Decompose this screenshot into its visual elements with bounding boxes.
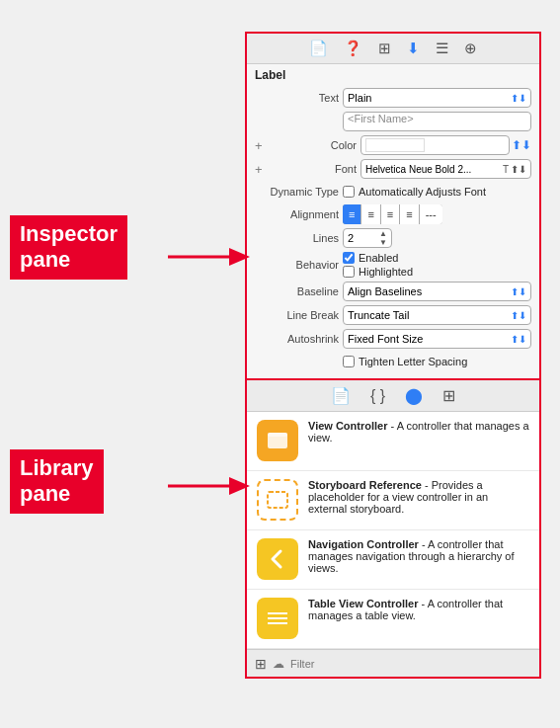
dynamic-type-label: Dynamic Type bbox=[255, 186, 339, 198]
text-style-icon: T bbox=[503, 164, 509, 175]
inspector-arrow bbox=[168, 245, 257, 269]
text-select[interactable]: Plain ⬆⬇ bbox=[343, 88, 531, 108]
grid-view-icon[interactable]: ⊞ bbox=[255, 656, 267, 672]
color-label: Color bbox=[273, 139, 357, 151]
list-icon[interactable]: ☰ bbox=[436, 40, 448, 57]
align-center-button[interactable]: ≡ bbox=[361, 204, 379, 224]
align-justify-button[interactable]: ≡ bbox=[400, 204, 418, 224]
lib-circle-icon[interactable]: ⬤ bbox=[405, 386, 423, 405]
line-break-arrow-icon: ⬆⬇ bbox=[511, 310, 526, 321]
lib-grid-icon[interactable]: ⊞ bbox=[442, 386, 455, 405]
font-label: Font bbox=[273, 163, 357, 175]
lines-label: Lines bbox=[255, 232, 339, 244]
line-break-row: Line Break Truncate Tail ⬆⬇ bbox=[247, 303, 539, 327]
storyboard-ref-icon bbox=[257, 479, 298, 521]
baseline-select[interactable]: Align Baselines ⬆⬇ bbox=[343, 282, 531, 301]
nav-controller-icon bbox=[257, 538, 298, 580]
filter-bar: ⊞ ☁ bbox=[247, 649, 539, 677]
svg-rect-4 bbox=[268, 492, 287, 508]
font-arrow-icon: ⬆⬇ bbox=[511, 164, 526, 175]
tighten-checkbox[interactable] bbox=[343, 356, 355, 367]
select-arrow-icon: ⬆⬇ bbox=[511, 93, 526, 104]
list-item: Table View Controller - A controller tha… bbox=[247, 590, 539, 649]
line-break-select[interactable]: Truncate Tail ⬆⬇ bbox=[343, 305, 531, 325]
dynamic-type-row: Dynamic Type Automatically Adjusts Font bbox=[247, 181, 539, 202]
view-controller-icon bbox=[257, 420, 298, 461]
font-picker[interactable]: Helvetica Neue Bold 2... T ⬆⬇ bbox=[360, 159, 531, 179]
highlighted-checkbox[interactable] bbox=[343, 266, 355, 278]
align-left-button[interactable]: ≡ bbox=[343, 204, 360, 224]
font-plus-icon[interactable]: + bbox=[255, 162, 269, 177]
table-controller-title: Table View Controller - A controller tha… bbox=[308, 598, 529, 621]
text-label: Text bbox=[255, 92, 339, 104]
library-toolbar: 📄 { } ⬤ ⊞ bbox=[247, 380, 539, 412]
inspector-pane: Label Text Plain ⬆⬇ <First Name> + Col bbox=[247, 64, 539, 380]
lines-row: Lines 2 ▲ ▼ bbox=[247, 226, 539, 250]
color-row: + Color ⬆⬇ bbox=[247, 133, 539, 157]
lines-input[interactable]: 2 ▲ ▼ bbox=[343, 228, 392, 248]
autoshrink-select[interactable]: Fixed Font Size ⬆⬇ bbox=[343, 329, 531, 349]
first-name-row: <First Name> bbox=[247, 110, 539, 133]
color-swatch bbox=[365, 138, 425, 152]
list-item: Navigation Controller - A controller tha… bbox=[247, 530, 539, 590]
storyboard-ref-title: Storyboard Reference - Provides a placeh… bbox=[308, 479, 529, 515]
alignment-group: ≡ ≡ ≡ ≡ --- bbox=[343, 204, 442, 224]
main-panel: 📄 ❓ ⊞ ⬇ ☰ ⊕ Label Text Plain ⬆⬇ <First N… bbox=[245, 32, 541, 679]
svg-rect-3 bbox=[268, 433, 287, 437]
highlighted-row: Highlighted bbox=[343, 266, 413, 278]
baseline-label: Baseline bbox=[255, 285, 339, 297]
text-row: Text Plain ⬆⬇ bbox=[247, 86, 539, 110]
color-plus-icon[interactable]: + bbox=[255, 138, 269, 153]
alignment-label: Alignment bbox=[255, 208, 339, 220]
first-name-input[interactable]: <First Name> bbox=[343, 112, 531, 131]
color-arrow-icon: ⬆⬇ bbox=[512, 138, 531, 152]
color-picker[interactable] bbox=[360, 135, 510, 155]
grid-icon[interactable]: ⊞ bbox=[378, 40, 391, 57]
font-row: + Font Helvetica Neue Bold 2... T ⬆⬇ bbox=[247, 157, 539, 181]
dynamic-type-checkbox[interactable] bbox=[343, 186, 355, 198]
autoshrink-row: Autoshrink Fixed Font Size ⬆⬇ bbox=[247, 327, 539, 351]
file-icon[interactable]: 📄 bbox=[309, 40, 328, 57]
autoshrink-label: Autoshrink bbox=[255, 333, 339, 345]
tighten-row: Tighten Letter Spacing bbox=[247, 351, 539, 372]
align-right-button[interactable]: ≡ bbox=[381, 204, 399, 224]
help-icon[interactable]: ❓ bbox=[344, 40, 362, 57]
library-pane-label: Library pane bbox=[10, 449, 104, 514]
behavior-label: Behavior bbox=[255, 259, 339, 271]
align-natural-button[interactable]: --- bbox=[420, 204, 442, 224]
library-pane: 📄 { } ⬤ ⊞ View Controller - A controller… bbox=[247, 380, 539, 677]
enabled-row: Enabled bbox=[343, 252, 398, 264]
line-break-label: Line Break bbox=[255, 309, 339, 321]
filter-icon: ☁ bbox=[273, 657, 284, 671]
autoshrink-arrow-icon: ⬆⬇ bbox=[511, 334, 526, 345]
nav-controller-title: Navigation Controller - A controller tha… bbox=[308, 538, 529, 574]
list-item: Storyboard Reference - Provides a placeh… bbox=[247, 471, 539, 530]
library-arrow bbox=[168, 474, 257, 498]
list-item: View Controller - A controller that mana… bbox=[247, 412, 539, 471]
lines-stepper[interactable]: ▲ ▼ bbox=[379, 229, 387, 247]
behavior-row: Behavior Enabled Highlighted bbox=[247, 250, 539, 280]
table-controller-icon bbox=[257, 598, 298, 639]
baseline-arrow-icon: ⬆⬇ bbox=[511, 286, 526, 297]
baseline-row: Baseline Align Baselines ⬆⬇ bbox=[247, 280, 539, 303]
lib-file-icon[interactable]: 📄 bbox=[331, 386, 351, 405]
view-controller-title: View Controller - A controller that mana… bbox=[308, 420, 529, 444]
lib-braces-icon[interactable]: { } bbox=[370, 387, 385, 405]
section-title: Label bbox=[247, 64, 539, 86]
alignment-row: Alignment ≡ ≡ ≡ ≡ --- bbox=[247, 202, 539, 226]
add-circle-icon[interactable]: ⊕ bbox=[464, 40, 477, 57]
attributes-icon[interactable]: ⬇ bbox=[407, 40, 420, 57]
filter-input[interactable] bbox=[290, 658, 531, 670]
inspector-pane-label: Inspector pane bbox=[10, 215, 127, 280]
enabled-checkbox[interactable] bbox=[343, 252, 355, 264]
inspector-toolbar: 📄 ❓ ⊞ ⬇ ☰ ⊕ bbox=[247, 34, 539, 64]
